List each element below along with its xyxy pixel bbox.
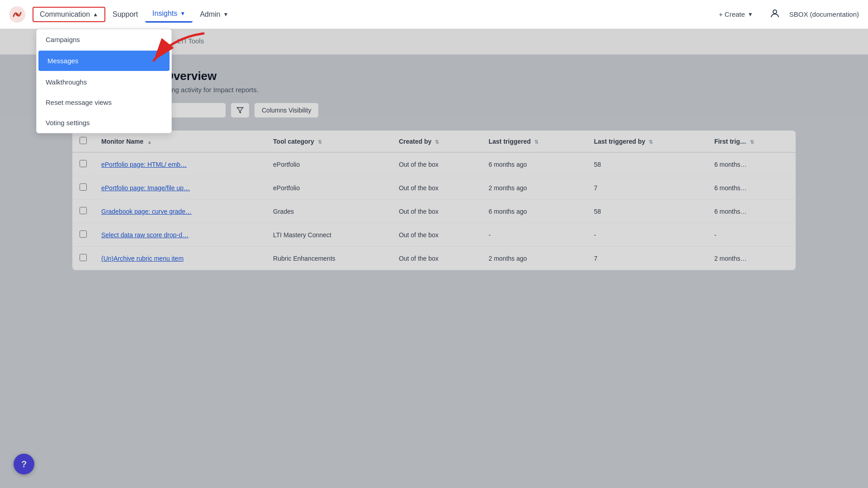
row-created-by: Out of the box (392, 152, 481, 176)
row-monitor-name[interactable]: (Un)Archive rubric menu item (94, 247, 266, 270)
col-last-triggered-by-label: Last triggered by (594, 138, 646, 145)
dropdown-item-walkthroughs[interactable]: Walkthroughs (37, 72, 171, 92)
select-all-column (72, 131, 94, 152)
row-checkbox-1[interactable] (80, 183, 87, 191)
row-created-by: Out of the box (392, 223, 481, 247)
row-last-triggered: 2 months ago (481, 247, 587, 270)
create-label: + Create (719, 10, 745, 18)
tab-lti-tools[interactable]: LTI Tools (168, 29, 213, 54)
nav-right-section: + Create ▼ SBOX (documentation) (712, 7, 859, 22)
select-all-checkbox[interactable] (80, 137, 87, 144)
col-last-triggered-label: Last triggered (489, 138, 531, 145)
row-last-triggered: 6 months ago (481, 152, 587, 176)
app-logo[interactable] (9, 6, 25, 23)
svg-point-1 (16, 13, 19, 16)
col-last-triggered-sort-icon: ⇅ (534, 139, 538, 145)
row-first-triggered: 6 months… (707, 176, 796, 200)
col-last-triggered-by[interactable]: Last triggered by ⇅ (587, 131, 707, 152)
col-created-by-sort-icon: ⇅ (435, 139, 439, 145)
row-last-triggered-by: - (587, 223, 707, 247)
top-navigation: Communication ▲ Support Insights ▼ Admin… (0, 0, 868, 29)
row-monitor-name[interactable]: Select data raw score drop-d… (94, 223, 266, 247)
dropdown-item-campaigns[interactable]: Campaigns (37, 29, 171, 50)
col-last-triggered[interactable]: Last triggered ⇅ (481, 131, 587, 152)
col-tool-category-label: Tool category (273, 138, 314, 145)
row-checkbox-cell (72, 200, 94, 223)
user-icon[interactable] (769, 8, 780, 21)
row-checkbox-cell (72, 152, 94, 176)
table-row: (Un)Archive rubric menu item Rubric Enha… (72, 247, 796, 270)
row-tool-category: ePortfolio (266, 152, 392, 176)
col-monitor-name-sort-icon: ▲ (147, 139, 152, 145)
dropdown-item-reset[interactable]: Reset message views (37, 92, 171, 113)
row-checkbox-cell (72, 223, 94, 247)
columns-visibility-button[interactable]: Columns Visibility (254, 103, 319, 118)
create-button[interactable]: + Create ▼ (712, 7, 760, 22)
row-created-by: Out of the box (392, 247, 481, 270)
row-last-triggered-by: 58 (587, 200, 707, 223)
create-chevron-icon: ▼ (748, 11, 753, 18)
row-checkbox-3[interactable] (80, 230, 87, 238)
table-row: ePortfolio page: HTML/ emb… ePortfolio O… (72, 152, 796, 176)
row-monitor-name[interactable]: Gradebook page: curve grade… (94, 200, 266, 223)
table-row: ePortfolio page: Image/file up… ePortfol… (72, 176, 796, 200)
col-tool-category[interactable]: Tool category ⇅ (266, 131, 392, 152)
filter-button[interactable] (231, 103, 250, 118)
page-subtitle: An overview of all monitors tracking act… (72, 86, 796, 94)
col-monitor-name-label: Monitor Name (101, 138, 143, 145)
row-last-triggered: - (481, 223, 587, 247)
row-monitor-name[interactable]: ePortfolio page: Image/file up… (94, 176, 266, 200)
row-first-triggered: 6 months… (707, 200, 796, 223)
col-last-triggered-by-sort-icon: ⇅ (649, 139, 653, 145)
col-tool-category-sort-icon: ⇅ (318, 139, 322, 145)
communication-dropdown: Campaigns Messages Walkthroughs Reset me… (36, 29, 172, 133)
row-first-triggered: 2 months… (707, 247, 796, 270)
row-checkbox-4[interactable] (80, 254, 87, 261)
row-first-triggered: - (707, 223, 796, 247)
toolbar: Columns Visibility (72, 103, 796, 118)
col-first-triggered-sort-icon: ⇅ (750, 139, 754, 145)
row-checkbox-cell (72, 176, 94, 200)
row-checkbox-2[interactable] (80, 207, 87, 214)
filter-icon (236, 107, 244, 114)
col-first-triggered[interactable]: First trig… ⇅ (707, 131, 796, 152)
row-monitor-name[interactable]: ePortfolio page: HTML/ emb… (94, 152, 266, 176)
row-last-triggered-by: 58 (587, 152, 707, 176)
row-checkbox-cell (72, 247, 94, 270)
org-label: SBOX (documentation) (789, 10, 859, 18)
row-created-by: Out of the box (392, 176, 481, 200)
insights-label: Insights (152, 9, 177, 18)
insights-menu[interactable]: Insights ▼ (145, 6, 193, 23)
dropdown-item-messages[interactable]: Messages (38, 51, 170, 71)
page-title: Activity Monitor Overview (72, 69, 796, 83)
row-tool-category: Rubric Enhancements (266, 247, 392, 270)
row-created-by: Out of the box (392, 200, 481, 223)
row-last-triggered: 2 months ago (481, 176, 587, 200)
row-first-triggered: 6 months… (707, 152, 796, 176)
table-row: Gradebook page: curve grade… Grades Out … (72, 200, 796, 223)
help-button[interactable]: ? (14, 454, 34, 474)
support-label: Support (113, 10, 138, 19)
svg-marker-6 (237, 108, 243, 113)
insights-chevron-icon: ▼ (180, 10, 185, 17)
svg-point-2 (773, 10, 777, 14)
communication-label: Communication (40, 10, 90, 19)
data-table: Monitor Name ▲ Tool category ⇅ Created b… (72, 131, 796, 270)
support-menu[interactable]: Support (105, 7, 145, 22)
col-created-by[interactable]: Created by ⇅ (392, 131, 481, 152)
admin-menu[interactable]: Admin ▼ (193, 7, 236, 22)
row-last-triggered-by: 7 (587, 176, 707, 200)
row-tool-category: ePortfolio (266, 176, 392, 200)
row-last-triggered-by: 7 (587, 247, 707, 270)
col-first-triggered-label: First trig… (714, 138, 746, 145)
admin-chevron-icon: ▼ (223, 11, 228, 18)
row-checkbox-0[interactable] (80, 160, 87, 167)
col-monitor-name[interactable]: Monitor Name ▲ (94, 131, 266, 152)
page-header: Activity Monitor Overview An overview of… (72, 55, 796, 103)
communication-chevron-icon: ▲ (93, 11, 98, 18)
row-last-triggered: 6 months ago (481, 200, 587, 223)
table-row: Select data raw score drop-d… LTI Master… (72, 223, 796, 247)
communication-menu[interactable]: Communication ▲ (33, 7, 105, 22)
dropdown-item-voting[interactable]: Voting settings (37, 113, 171, 133)
admin-label: Admin (200, 10, 220, 19)
